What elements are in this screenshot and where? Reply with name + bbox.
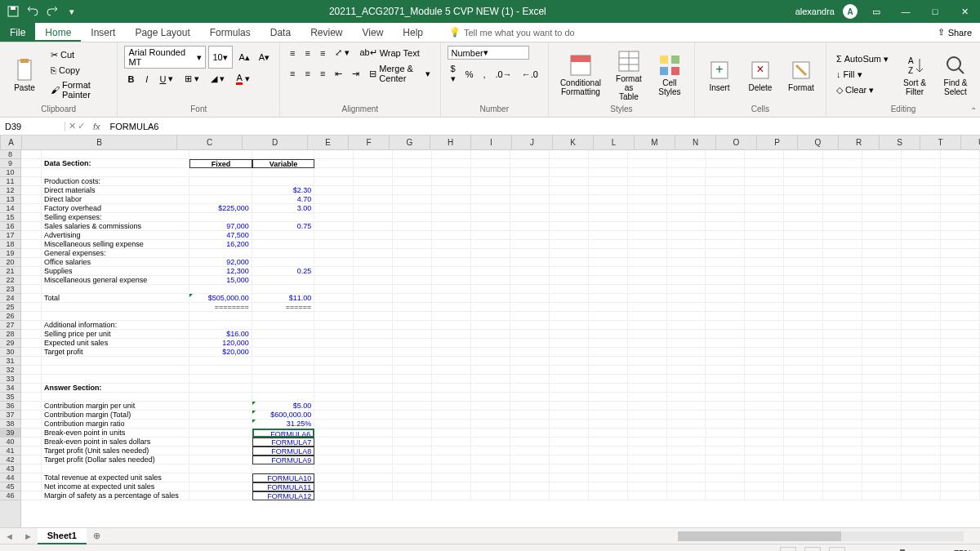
cell-P16[interactable] <box>745 222 784 231</box>
cell-J21[interactable] <box>510 267 550 276</box>
cell-L22[interactable] <box>589 276 628 285</box>
cell-C43[interactable] <box>189 464 252 473</box>
cell-P26[interactable] <box>745 312 784 321</box>
cell-F44[interactable] <box>354 473 393 482</box>
cell-N11[interactable] <box>667 177 706 186</box>
cell-G32[interactable] <box>393 366 432 375</box>
cell-A30[interactable] <box>21 348 42 357</box>
cell-N30[interactable] <box>667 348 706 357</box>
cell-K26[interactable] <box>550 312 589 321</box>
cell-K37[interactable] <box>550 411 589 420</box>
cell-R40[interactable] <box>823 438 862 447</box>
cell-I20[interactable] <box>471 258 510 267</box>
cell-P30[interactable] <box>745 348 784 357</box>
cell-A20[interactable] <box>21 258 42 267</box>
cell-D36[interactable]: $5.00 <box>252 402 314 411</box>
page-layout-view-button[interactable] <box>804 547 821 552</box>
cell-L15[interactable] <box>589 213 628 222</box>
cell-K14[interactable] <box>550 204 589 213</box>
cell-U31[interactable] <box>941 357 980 366</box>
cell-R14[interactable] <box>823 204 862 213</box>
cell-M39[interactable] <box>628 429 667 438</box>
cell-I9[interactable] <box>471 159 510 168</box>
cell-D34[interactable] <box>252 384 314 393</box>
cell-M19[interactable] <box>628 249 667 258</box>
enter-formula-icon[interactable]: ✓ <box>78 121 85 131</box>
cell-N21[interactable] <box>667 267 706 276</box>
cell-J33[interactable] <box>510 375 550 384</box>
cell-Q43[interactable] <box>784 464 823 473</box>
cell-T19[interactable] <box>902 249 941 258</box>
cell-P34[interactable] <box>745 384 784 393</box>
cell-J45[interactable] <box>510 482 550 491</box>
cell-D44[interactable]: FORMULA10 <box>252 473 315 482</box>
cell-K9[interactable] <box>550 159 589 168</box>
cell-L43[interactable] <box>589 464 628 473</box>
cell-H10[interactable] <box>432 168 471 177</box>
comma-button[interactable]: , <box>479 62 488 86</box>
cell-R35[interactable] <box>823 393 862 402</box>
cell-P18[interactable] <box>745 240 784 249</box>
cell-H16[interactable] <box>432 222 471 231</box>
cell-B8[interactable] <box>42 150 189 159</box>
cell-G20[interactable] <box>393 258 432 267</box>
cell-H38[interactable] <box>432 420 471 429</box>
cell-H36[interactable] <box>432 402 471 411</box>
cell-Q32[interactable] <box>784 366 823 375</box>
align-top-button[interactable]: ≡ <box>287 46 298 60</box>
cell-Q12[interactable] <box>784 186 823 195</box>
cell-R37[interactable] <box>823 411 862 420</box>
row-header-28[interactable]: 28 <box>0 330 20 339</box>
row-header-34[interactable]: 34 <box>0 384 20 393</box>
cell-C23[interactable] <box>189 285 252 294</box>
cell-P9[interactable] <box>745 159 784 168</box>
cell-D38[interactable]: 31.25% <box>252 420 314 429</box>
cell-O42[interactable] <box>706 455 745 464</box>
cell-J36[interactable] <box>510 402 550 411</box>
cell-T37[interactable] <box>902 411 941 420</box>
cell-U24[interactable] <box>941 294 980 303</box>
cell-T15[interactable] <box>902 213 941 222</box>
cell-Q44[interactable] <box>784 473 823 482</box>
cell-A36[interactable] <box>21 402 42 411</box>
cell-C32[interactable] <box>189 366 252 375</box>
cell-C39[interactable] <box>189 429 252 438</box>
cell-H9[interactable] <box>432 159 471 168</box>
cell-D13[interactable]: 4.70 <box>252 195 314 204</box>
cell-G30[interactable] <box>393 348 432 357</box>
cell-J37[interactable] <box>510 411 550 420</box>
cell-B15[interactable]: Selling expenses: <box>42 213 189 222</box>
cell-K24[interactable] <box>550 294 589 303</box>
cell-H21[interactable] <box>432 267 471 276</box>
row-header-31[interactable]: 31 <box>0 357 20 366</box>
cell-B37[interactable]: Contribution margin (Total) <box>42 411 189 420</box>
sheet-nav-prev-icon[interactable]: ◄ <box>0 531 19 541</box>
row-header-19[interactable]: 19 <box>0 249 20 258</box>
cell-I12[interactable] <box>471 186 510 195</box>
cell-M20[interactable] <box>628 258 667 267</box>
cell-E8[interactable] <box>314 150 354 159</box>
cell-O23[interactable] <box>706 285 745 294</box>
cell-C28[interactable]: $16.00 <box>189 330 252 339</box>
cell-E15[interactable] <box>314 213 354 222</box>
cell-J20[interactable] <box>510 258 550 267</box>
cell-U38[interactable] <box>941 420 980 429</box>
cell-U45[interactable] <box>941 482 980 491</box>
cell-I8[interactable] <box>471 150 510 159</box>
cell-F8[interactable] <box>354 150 393 159</box>
delete-cells-button[interactable]: ×Delete <box>742 56 778 94</box>
cell-E31[interactable] <box>314 357 354 366</box>
cell-S25[interactable] <box>862 303 902 312</box>
cell-O15[interactable] <box>706 213 745 222</box>
cell-G10[interactable] <box>393 168 432 177</box>
cell-F16[interactable] <box>354 222 393 231</box>
cell-D45[interactable]: FORMULA11 <box>252 482 315 491</box>
cell-L27[interactable] <box>589 321 628 330</box>
cell-L44[interactable] <box>589 473 628 482</box>
cell-B34[interactable]: Answer Section: <box>42 384 189 393</box>
cell-G21[interactable] <box>393 267 432 276</box>
font-size-select[interactable]: 10 ▾ <box>208 46 233 69</box>
cell-A8[interactable] <box>21 150 42 159</box>
cell-U32[interactable] <box>941 366 980 375</box>
row-header-29[interactable]: 29 <box>0 339 20 348</box>
